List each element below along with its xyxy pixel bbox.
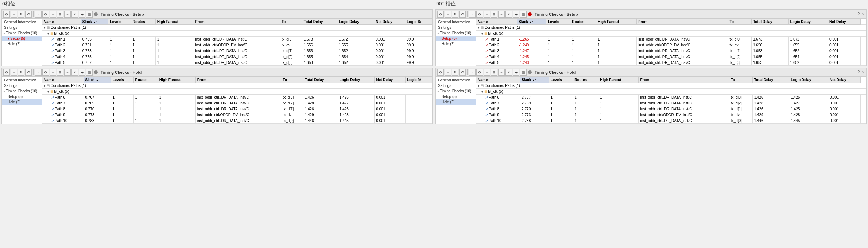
diamond-btn-ls[interactable]: ◆ — [79, 11, 85, 18]
col-totaldelay-rh[interactable]: Total Delay — [752, 77, 789, 83]
sidebar-timing-ls[interactable]: ▾Timing Checks (10) — [2, 30, 42, 36]
col-from-rs[interactable]: From — [637, 19, 728, 25]
table-row[interactable]: ↗Path 20.751111inst_oddr_ctrl/ODDR_DV_in… — [42, 42, 432, 48]
col-to-lh[interactable]: To — [281, 77, 303, 83]
table-row[interactable]: ↗Path 4-1.245111inst_oddr_ctrl..DR_DATA_… — [476, 54, 866, 60]
col-to-ls[interactable]: To — [280, 19, 302, 25]
search2-btn-lh[interactable]: Q — [42, 69, 49, 76]
table-row[interactable]: ↗Path 1-1.265111inst_oddr_ctrl..DR_DATA_… — [476, 37, 866, 42]
table-row[interactable]: ↗Path 80.770111inst_oddr_ctrl..DR_DATA_i… — [42, 106, 432, 112]
col-logicdelay-rs[interactable]: Logic Delay — [788, 19, 828, 25]
sort-btn-ls[interactable]: ⇅ — [18, 11, 24, 18]
sidebar-setup-rh[interactable]: Setup (5) — [436, 94, 476, 99]
col-name-rs[interactable]: Name — [476, 19, 517, 25]
sidebar-setup-lh[interactable]: Setup (5) — [2, 94, 42, 99]
search2-btn-ls[interactable]: Q — [42, 11, 49, 18]
col-slack-rs[interactable]: Slack ▲¹ — [517, 19, 546, 25]
col-slack-lh[interactable]: Slack ▲¹ — [84, 77, 111, 83]
col-netdelay-rs[interactable]: Net Delay — [828, 19, 861, 25]
col-highfanout-rh[interactable]: High Fanout — [598, 77, 639, 83]
table-row[interactable]: ↗Path 92.773111inst_oddr_ctrl/ODDR_DV_in… — [476, 112, 866, 118]
help-icon-rs[interactable]: ? — [857, 12, 860, 16]
sidebar-setup-rs[interactable]: Setup (5) — [436, 36, 476, 41]
col-name-rh[interactable]: Name — [476, 77, 520, 83]
chart-btn-rh[interactable]: ▦ — [520, 69, 527, 76]
table-row[interactable]: ↗Path 40.755111inst_oddr_ctrl..DR_DATA_i… — [42, 54, 432, 60]
sort-btn-rs[interactable]: ⇅ — [452, 11, 458, 18]
col-highfanout-lh[interactable]: High Fanout — [158, 77, 195, 83]
expand-btn-rs[interactable]: ⤢ — [505, 11, 512, 18]
col-from-lh[interactable]: From — [195, 77, 281, 83]
table-row[interactable]: ↗Path 70.769111inst_oddr_ctrl..DR_DATA_i… — [42, 100, 432, 106]
sidebar-settings-rs[interactable]: Settings — [436, 25, 476, 30]
chart-btn-rs[interactable]: ▦ — [520, 11, 527, 18]
minus-btn-lh[interactable]: − — [64, 69, 71, 76]
arrow-btn-rh[interactable]: » — [469, 69, 476, 76]
refresh-btn-rs[interactable]: ↺ — [459, 11, 466, 18]
sidebar-timing-rh[interactable]: ▾Timing Checks (10) — [436, 88, 476, 94]
table-row[interactable]: ↗Path 82.770111inst_oddr_ctrl..DR_DATA_i… — [476, 106, 866, 112]
help-icon-rh[interactable]: ? — [857, 70, 860, 74]
col-to-rh[interactable]: To — [729, 77, 752, 83]
filter2-btn-lh[interactable]: ≡ — [50, 69, 56, 76]
sidebar-settings-rh[interactable]: Settings — [436, 83, 476, 88]
table-row[interactable]: ↗Path 60.767111inst_oddr_ctrl..DR_DATA_i… — [42, 95, 432, 100]
col-from-ls[interactable]: From — [194, 19, 280, 25]
minus-btn-rh[interactable]: − — [498, 69, 505, 76]
col-routes-rh[interactable]: Routes — [573, 77, 598, 83]
sidebar-general-ls[interactable]: General Information — [2, 19, 42, 25]
table-row[interactable]: ↗Path 90.773111inst_oddr_ctrl/ODDR_DV_in… — [42, 112, 432, 118]
sidebar-settings-ls[interactable]: Settings — [2, 25, 42, 30]
sidebar-setup-ls[interactable]: ▾Setup (5) — [2, 36, 42, 41]
col-slack-rh[interactable]: Slack ▲¹ — [520, 77, 549, 83]
search2-btn-rs[interactable]: Q — [476, 11, 483, 18]
sidebar-hold-lh[interactable]: Hold (5) — [2, 99, 42, 105]
table-row[interactable]: ↗Path 72.769111inst_oddr_ctrl..DR_DATA_i… — [476, 100, 866, 106]
col-logicdelay-lh[interactable]: Logic Delay — [338, 77, 375, 83]
sidebar-timing-rs[interactable]: ▾Timing Checks (10) — [436, 30, 476, 36]
sidebar-hold-ls[interactable]: Hold (5) — [2, 41, 42, 47]
col-routes-lh[interactable]: Routes — [133, 77, 158, 83]
sidebar-settings-lh[interactable]: Settings — [2, 83, 42, 88]
arrow-btn-lh[interactable]: » — [35, 69, 42, 76]
diamond-btn-rh[interactable]: ◆ — [513, 69, 519, 76]
col-highfanout-rs[interactable]: High Fanout — [596, 19, 637, 25]
col-levels-lh[interactable]: Levels — [111, 77, 133, 83]
col-logicdelay-ls[interactable]: Logic Delay — [337, 19, 374, 25]
sidebar-general-rh[interactable]: General Information — [436, 77, 476, 83]
filter2-btn-rs[interactable]: ≡ — [484, 11, 490, 18]
table-row[interactable]: ↗Path 102.788111inst_oddr_ctrl..DR_DATA_… — [476, 118, 866, 124]
col-levels-ls[interactable]: Levels — [108, 19, 131, 25]
search-btn-rs[interactable]: Q — [437, 11, 444, 18]
diamond-btn-lh[interactable]: ◆ — [79, 69, 85, 76]
search2-btn-rh[interactable]: Q — [476, 69, 483, 76]
sidebar-timing-lh[interactable]: ▾Timing Checks (10) — [2, 88, 42, 94]
sidebar-general-lh[interactable]: General Information — [2, 77, 42, 83]
filter-btn-rs[interactable]: ≡ — [445, 11, 451, 18]
arrow-btn-ls[interactable]: » — [35, 11, 42, 18]
col-netdelay-ls[interactable]: Net Delay — [374, 19, 405, 25]
filter2-btn-rh[interactable]: ≡ — [484, 69, 490, 76]
arrow-btn-rs[interactable]: » — [469, 11, 476, 18]
col-logicpct-lh[interactable]: Logic % — [405, 77, 432, 83]
filter-btn-lh[interactable]: ≡ — [11, 69, 17, 76]
filter2-btn-ls[interactable]: ≡ — [50, 11, 56, 18]
search-btn-lh[interactable]: Q — [3, 69, 10, 76]
table-row[interactable]: ↗Path 30.753111inst_oddr_ctrl..DR_DATA_i… — [42, 48, 432, 54]
col-logicpct-ls[interactable]: Logic % — [405, 19, 432, 25]
table-row[interactable]: ↗Path 2-1.249111inst_oddr_ctrl/ODDR_DV_i… — [476, 42, 866, 48]
table-row[interactable]: ↗Path 3-1.247111inst_oddr_ctrl..DR_DATA_… — [476, 48, 866, 54]
table-btn-rs[interactable]: ⊞ — [491, 11, 497, 18]
col-highfanout-ls[interactable]: High Fanout — [155, 19, 194, 25]
search-btn-rh[interactable]: Q — [437, 69, 444, 76]
close-icon-rs[interactable]: ✕ — [862, 12, 865, 16]
sort-btn-lh[interactable]: ⇅ — [18, 69, 24, 76]
minus-btn-rs[interactable]: − — [498, 11, 505, 18]
col-netdelay-rh[interactable]: Net Delay — [828, 77, 860, 83]
search-btn-ls[interactable]: Q — [3, 11, 10, 18]
table-btn-lh[interactable]: ⊞ — [57, 69, 63, 76]
table-btn-rh[interactable]: ⊞ — [491, 69, 497, 76]
expand-btn-rh[interactable]: ⤢ — [505, 69, 512, 76]
chart-btn-ls[interactable]: ▦ — [86, 11, 93, 18]
col-totaldelay-lh[interactable]: Total Delay — [303, 77, 338, 83]
